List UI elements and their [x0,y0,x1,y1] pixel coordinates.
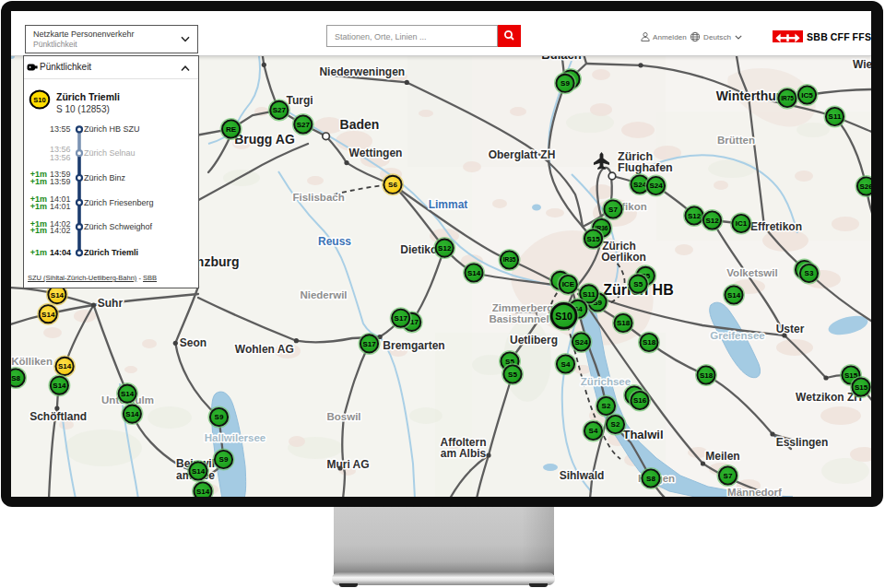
svg-text:S24: S24 [574,338,588,347]
svg-text:Zürichsee: Zürichsee [581,376,631,387]
svg-text:Niederweningen: Niederweningen [319,65,405,78]
svg-text:S18: S18 [700,371,714,380]
svg-text:S2: S2 [602,402,611,410]
svg-text:Winterthur: Winterthur [716,88,782,103]
svg-text:Bremgarten: Bremgarten [383,339,444,352]
svg-text:Basistunnel: Basistunnel [489,313,549,324]
svg-text:S11: S11 [583,290,596,299]
svg-text:S17: S17 [362,340,376,348]
svg-text:Esslingen: Esslingen [776,436,829,449]
svg-text:Brütten: Brütten [717,135,755,146]
svg-text:Wohlen AG: Wohlen AG [235,343,294,356]
svg-text:S18: S18 [617,319,631,327]
svg-text:S14: S14 [121,390,135,398]
svg-text:Brugg AG: Brugg AG [234,132,295,147]
svg-text:S12: S12 [688,212,702,220]
svg-text:S27: S27 [273,106,287,114]
svg-text:IC5: IC5 [801,91,813,100]
svg-text:S2: S2 [611,420,620,429]
svg-text:am Albis: am Albis [441,447,487,460]
svg-text:Uster: Uster [776,323,805,335]
svg-text:Hallwilersee: Hallwilersee [205,432,266,443]
svg-text:S5: S5 [633,280,643,288]
svg-text:S16: S16 [633,396,647,405]
svg-text:S15: S15 [586,235,600,243]
svg-text:IC1: IC1 [736,219,748,228]
svg-text:S14: S14 [41,311,55,319]
svg-text:S14: S14 [53,382,66,390]
svg-text:S10: S10 [555,311,572,322]
svg-text:S14: S14 [51,291,65,300]
svg-text:Oerlikon: Oerlikon [601,251,646,264]
svg-text:Wiesendangen: Wiesendangen [853,58,871,71]
svg-text:S11: S11 [829,112,842,121]
svg-text:Thalwil: Thalwil [622,428,663,441]
svg-text:Baden: Baden [340,117,380,132]
svg-text:IR35: IR35 [503,256,516,263]
svg-text:Meilen: Meilen [705,450,739,463]
svg-text:S26: S26 [859,182,871,191]
svg-text:S9: S9 [560,79,570,88]
svg-text:S17: S17 [395,314,408,323]
svg-text:S14: S14 [192,467,206,476]
svg-text:Sihlwald: Sihlwald [560,469,605,482]
svg-text:S14: S14 [727,291,741,300]
svg-text:S15: S15 [855,383,868,392]
svg-text:IR75: IR75 [781,95,794,101]
svg-text:Boswil: Boswil [326,411,360,422]
svg-text:Schöftland: Schöftland [30,410,87,423]
svg-text:S9: S9 [219,455,229,464]
svg-text:Männedorf: Männedorf [727,487,782,498]
svg-text:Wettingen: Wettingen [349,147,403,159]
svg-text:S4: S4 [561,360,571,369]
svg-text:Reuss: Reuss [318,235,351,248]
svg-text:Effretikon: Effretikon [750,220,802,233]
svg-text:S7: S7 [608,206,618,214]
svg-text:Greifensee: Greifensee [710,330,764,341]
svg-text:ICE: ICE [562,280,575,288]
svg-text:S5: S5 [508,370,517,379]
svg-text:S8: S8 [11,374,20,382]
svg-text:S4: S4 [589,427,598,435]
svg-text:Flughafen: Flughafen [618,161,673,174]
svg-text:Niederwil: Niederwil [300,289,347,300]
svg-text:S24: S24 [633,181,647,189]
svg-text:S24: S24 [649,182,663,190]
svg-text:S18: S18 [643,338,656,347]
svg-text:Volketswil: Volketswil [726,267,777,278]
svg-text:S12: S12 [705,217,719,225]
svg-text:S3: S3 [805,269,814,277]
svg-text:Muri AG: Muri AG [326,458,369,471]
svg-text:S14: S14 [125,410,139,418]
svg-text:Limmat: Limmat [429,198,468,211]
svg-text:Fislisbach: Fislisbach [292,192,344,203]
svg-text:S27: S27 [297,121,311,129]
svg-text:RE: RE [226,125,237,134]
svg-text:S14: S14 [58,362,72,370]
svg-text:Kölliken: Kölliken [11,356,53,367]
svg-text:S14: S14 [196,488,210,496]
svg-text:S6: S6 [388,181,397,189]
svg-text:S8: S8 [646,475,655,483]
svg-text:Turgi: Turgi [286,94,313,107]
svg-text:Bülach: Bülach [541,56,581,62]
svg-text:Seon: Seon [180,336,206,349]
svg-text:Oberglatt ZH: Oberglatt ZH [489,148,556,161]
svg-text:Uetliberg: Uetliberg [510,334,558,347]
svg-text:Suhr: Suhr [98,297,124,310]
svg-text:S12: S12 [438,244,452,253]
svg-text:S9: S9 [215,413,224,421]
svg-text:S7: S7 [724,472,733,480]
svg-text:Zimmerberg-: Zimmerberg- [492,302,557,313]
svg-text:S14: S14 [467,269,481,277]
